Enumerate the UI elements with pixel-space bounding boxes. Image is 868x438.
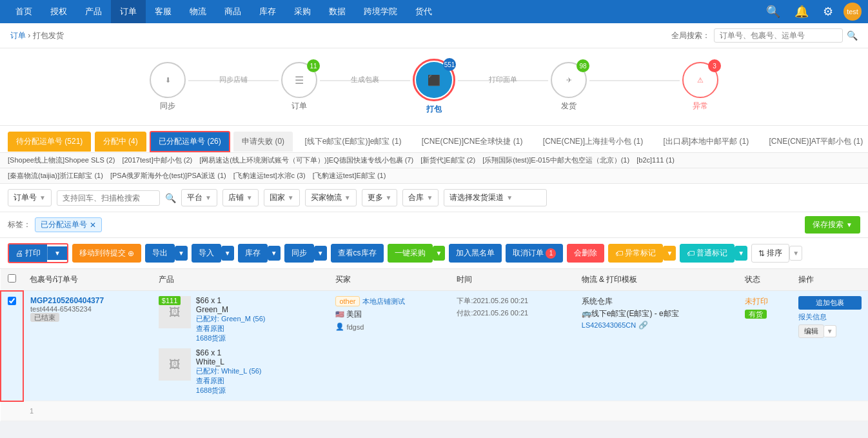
step-ship-circle[interactable]: ✈ 98 bbox=[551, 62, 587, 98]
tab-cne-global[interactable]: [CNE(CNE)]CNE全球快捷 (1) bbox=[413, 132, 531, 152]
tab-xinhuo[interactable]: [新货代]E邮宝 (2) bbox=[420, 155, 475, 165]
product-1-matched[interactable]: 已配对: Green_M (56) bbox=[196, 314, 266, 324]
edit-dropdown[interactable]: ▼ bbox=[824, 325, 836, 337]
row-checkbox[interactable] bbox=[8, 297, 16, 305]
tab-wangyi[interactable]: [网易速达(线上环境测试账号（可下单）)]EQ德国快速专线小包裹 (7) bbox=[199, 155, 413, 165]
nav-item-freight[interactable]: 货代 bbox=[406, 0, 441, 23]
tracking-link-icon[interactable]: 🔗 bbox=[638, 321, 648, 330]
tab-feibao-e[interactable]: [飞豹速运test]E邮宝 (1) bbox=[313, 171, 386, 181]
sort-btn-group: ⇅ 排序 ▼ bbox=[751, 244, 802, 263]
tab-feibao-c[interactable]: [飞豹速运test]水溶c (3) bbox=[233, 171, 306, 181]
tab-b2c[interactable]: [b2c]111 (1) bbox=[636, 156, 675, 164]
order-id[interactable]: MGP2105260404377 bbox=[30, 296, 146, 305]
import-dropdown[interactable]: ▼ bbox=[221, 246, 234, 261]
bell-icon[interactable]: 🔔 bbox=[791, 5, 813, 19]
search-button[interactable]: 🔍 bbox=[165, 193, 176, 203]
tab-cne-shanghai[interactable]: [CNE(CNE)]上海挂号小包 (1) bbox=[535, 132, 651, 152]
step-order-circle[interactable]: ☰ 11 bbox=[281, 62, 317, 98]
buyer-platform[interactable]: 本地店铺测试 bbox=[362, 297, 405, 306]
tab-assigning[interactable]: 分配中 (4) bbox=[95, 132, 146, 152]
tab-failed[interactable]: 申请失败 (0) bbox=[233, 132, 293, 152]
nav-item-data[interactable]: 数据 bbox=[320, 0, 355, 23]
cancel-order-button[interactable]: 取消订单 1 bbox=[506, 244, 563, 263]
order-type-select[interactable]: 订单号 ▼ bbox=[8, 189, 52, 206]
step-pack-label: 打包 bbox=[426, 104, 442, 115]
assigned-tag[interactable]: 已分配运单号 ✕ bbox=[35, 217, 102, 232]
tab-psa[interactable]: [PSA俄罗斯海外仓(test)]PSA派送 (1) bbox=[110, 171, 226, 181]
report-button[interactable]: 报关信息 bbox=[798, 312, 827, 322]
product-2-matched[interactable]: 已配对: White_L (56) bbox=[196, 366, 262, 376]
product-2-view-original[interactable]: 查看原图 bbox=[196, 376, 262, 386]
nav-item-service[interactable]: 客服 bbox=[146, 0, 181, 23]
sort-dropdown[interactable]: ▼ bbox=[789, 246, 802, 261]
breadcrumb-root[interactable]: 订单 bbox=[10, 31, 26, 40]
sort-button[interactable]: ⇅ 排序 bbox=[751, 244, 789, 263]
tab-assigned[interactable]: 已分配运单号 (26) bbox=[150, 131, 230, 152]
tag-close-icon[interactable]: ✕ bbox=[90, 221, 96, 230]
export-button[interactable]: 导出 bbox=[145, 244, 175, 263]
one-buy-button[interactable]: 一键采购 bbox=[388, 244, 433, 263]
buyer-logistics-select[interactable]: 买家物流 ▼ bbox=[305, 189, 357, 206]
warehouse-button[interactable]: 库存 bbox=[238, 244, 268, 263]
tab-qinjia[interactable]: [秦嘉物流(taijia)]浙江E邮宝 (1) bbox=[8, 171, 103, 181]
nav-item-home[interactable]: 首页 bbox=[6, 0, 41, 23]
global-search-button[interactable]: 🔍 bbox=[847, 30, 858, 41]
normal-mark-button[interactable]: 🏷 普通标记 bbox=[680, 244, 735, 263]
select-all-checkbox[interactable] bbox=[8, 274, 16, 283]
tab-shopee-sls[interactable]: [Shopee线上物流]Shopee SLS (2) bbox=[8, 155, 115, 165]
more-select[interactable]: 更多 ▼ bbox=[362, 189, 398, 206]
abnormal-mark-dropdown[interactable]: ▼ bbox=[663, 246, 676, 261]
view-cs-button[interactable]: 查看cs库存 bbox=[331, 244, 384, 263]
export-dropdown[interactable]: ▼ bbox=[175, 246, 188, 261]
nav-item-product[interactable]: 产品 bbox=[76, 0, 111, 23]
store-select[interactable]: 店铺 ▼ bbox=[222, 189, 259, 206]
step-sync-circle[interactable]: ⬇ bbox=[150, 62, 186, 98]
product-2-1688[interactable]: 1688货源 bbox=[196, 386, 262, 395]
blacklist-button[interactable]: 加入黑名单 bbox=[449, 244, 502, 263]
print-button[interactable]: 🖨 打印 bbox=[9, 244, 47, 262]
tag-bar-label: 标签： bbox=[8, 219, 31, 230]
nav-item-logistics[interactable]: 物流 bbox=[181, 0, 215, 23]
nav-item-stock[interactable]: 库存 bbox=[250, 0, 285, 23]
sync-button[interactable]: 同步 bbox=[284, 244, 314, 263]
save-search-button[interactable]: 保存搜索 ▼ bbox=[805, 216, 860, 234]
nav-item-order[interactable]: 订单 bbox=[111, 0, 146, 23]
tab-2017test[interactable]: [2017test]中邮小包 (2) bbox=[122, 155, 192, 165]
print-dropdown-button[interactable]: ▼ bbox=[47, 246, 67, 260]
nav-item-auth[interactable]: 授权 bbox=[41, 0, 76, 23]
global-search-input[interactable] bbox=[714, 28, 843, 43]
edit-button[interactable]: 编辑 bbox=[798, 324, 824, 338]
sync-dropdown[interactable]: ▼ bbox=[314, 246, 327, 261]
one-buy-dropdown[interactable]: ▼ bbox=[433, 246, 446, 261]
search-icon[interactable]: 🔍 bbox=[762, 5, 784, 19]
nav-item-academy[interactable]: 跨境学院 bbox=[355, 0, 406, 23]
tab-chukou[interactable]: [出口易]本地中邮平邮 (1) bbox=[655, 132, 757, 152]
normal-mark-dropdown[interactable]: ▼ bbox=[735, 246, 747, 261]
nav-item-purchase[interactable]: 采购 bbox=[285, 0, 320, 23]
add-package-button[interactable]: 追加包裹 bbox=[798, 296, 862, 310]
product-1-view-original[interactable]: 查看原图 bbox=[196, 324, 266, 333]
abnormal-mark-button[interactable]: 🏷 异常标记 bbox=[608, 244, 663, 263]
step-abnormal-circle[interactable]: ⚠ 3 bbox=[682, 62, 718, 98]
warehouse-dropdown[interactable]: ▼ bbox=[268, 246, 281, 261]
tab-pending-assign[interactable]: 待分配运单号 (521) bbox=[8, 132, 91, 152]
logistics-warehouse: 系统仓库 bbox=[582, 296, 732, 307]
tab-lexiang[interactable]: [乐翔国际(test)]E-015中邮大包空运（北京）(1) bbox=[482, 155, 629, 165]
settings-icon[interactable]: ⚙ bbox=[819, 5, 837, 19]
nav-item-goods[interactable]: 商品 bbox=[215, 0, 250, 23]
move-to-submit-button[interactable]: 移动到待提交 ⊕ bbox=[72, 244, 141, 263]
import-button[interactable]: 导入 bbox=[192, 244, 221, 263]
delete-button[interactable]: 会删除 bbox=[567, 244, 604, 263]
tab-eyoubao[interactable]: [线下e邮宝(E邮宝)]e邮宝 (1) bbox=[296, 132, 409, 152]
search-input[interactable] bbox=[57, 190, 160, 206]
channel-select[interactable]: 请选择发货渠道 ▼ bbox=[444, 189, 547, 206]
avatar[interactable]: test bbox=[843, 3, 862, 21]
product-1-1688[interactable]: 1688货源 bbox=[196, 333, 266, 343]
product-2-thumb[interactable]: 🖼 bbox=[159, 348, 191, 381]
warehouse-select[interactable]: 合库 ▼ bbox=[402, 189, 439, 206]
country-select[interactable]: 国家 ▼ bbox=[264, 189, 300, 206]
step-pack-circle[interactable]: ⬛ 551 bbox=[416, 62, 452, 98]
platform-select[interactable]: 平台 ▼ bbox=[181, 189, 217, 206]
tracking-number[interactable]: LS426343065CN bbox=[582, 321, 636, 329]
tab-cne-at[interactable]: [CNE(CNE)]AT平邮小包 (1) bbox=[761, 132, 869, 152]
